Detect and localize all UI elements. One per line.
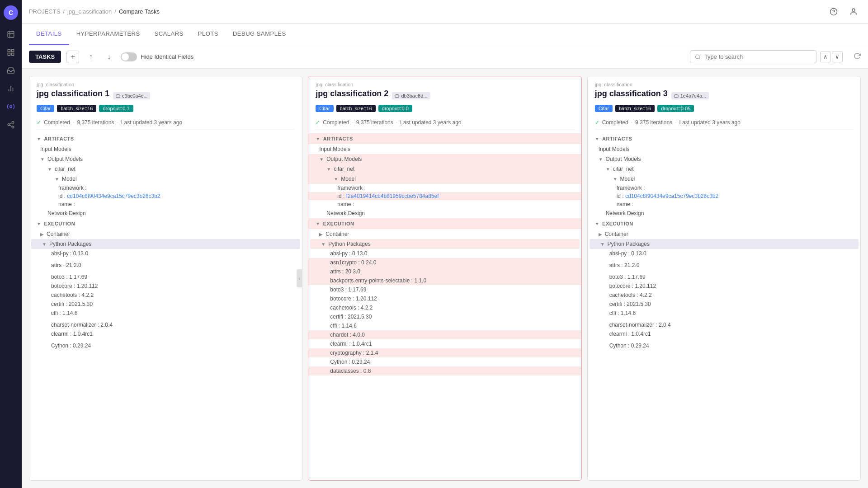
search-next-button[interactable]: ∨ [832,52,843,62]
help-button[interactable] [826,5,841,19]
sidebar-icon-active[interactable] [4,99,18,114]
chevron-output-3: ▼ [599,157,603,162]
python-packages-2[interactable]: ▼ Python Packages [310,239,579,249]
cifar-net-section-2[interactable]: ▼ cifar_net [308,164,581,174]
chevron-output-1: ▼ [40,157,45,162]
artifacts-section-1[interactable]: ▼ ARTIFACTS [29,133,302,144]
tag-2-2[interactable]: dropout=0.0 [378,105,412,112]
pkg-2-attrs: attrs : 20.3.0 [308,267,581,276]
user-button[interactable] [846,5,861,19]
cifar-net-section-1[interactable]: ▼ cifar_net [29,164,302,174]
pkg-1-botocore: botocore : 1.20.112 [29,282,302,291]
tag-3-1[interactable]: batch_size=16 [615,105,655,112]
input-models-3[interactable]: Input Models [588,144,860,154]
hide-identical-toggle[interactable] [121,52,137,61]
breadcrumb-root[interactable]: PROJECTS [29,8,60,15]
python-packages-3[interactable]: ▼ Python Packages [590,239,859,249]
sidebar-icon-nav[interactable] [4,27,18,42]
tab-bar: DETAILS HYPERPARAMETERS SCALARS PLOTS DE… [22,23,868,45]
framework-row-2: framework : [308,184,581,192]
search-input[interactable] [704,53,811,60]
model-label-1: Model [62,176,77,182]
tag-3-2[interactable]: dropout=0.05 [657,105,694,112]
sidebar-icon-list[interactable] [4,45,18,60]
chevron-model-2: ▼ [334,177,338,182]
output-models-section-1[interactable]: ▼ Output Models [29,154,302,164]
svg-line-17 [699,58,700,59]
app-container: C PROJECTS / jpg_classification / [0,0,868,488]
content-area: jpg_classification jpg classification 1 … [22,69,868,488]
search-prev-button[interactable]: ∧ [820,52,831,62]
icon-sidebar: C [0,0,22,488]
collapse-handle-1[interactable]: ‹ [297,269,302,287]
execution-section-2[interactable]: ▼ EXECUTION [308,218,581,229]
container-2[interactable]: ▶ Container [308,229,581,239]
execution-section-3[interactable]: ▼ EXECUTION [588,218,860,229]
id-val-1: cd104c8f90434e9ca15c79ec3b26c3b2 [67,193,160,199]
container-3[interactable]: ▶ Container [588,229,860,239]
pkg-2-absl-py: absl-py : 0.13.0 [308,249,581,258]
scroll-down-button[interactable]: ↓ [103,51,115,63]
tag-2-1[interactable]: batch_size=16 [336,105,376,112]
tab-debug-samples[interactable]: DEBUG SAMPLES [226,23,293,45]
model-section-2[interactable]: ▼ Model [308,174,581,184]
refresh-icon[interactable] [854,52,861,61]
artifacts-section-3[interactable]: ▼ ARTIFACTS [588,133,860,144]
model-section-3[interactable]: ▼ Model [588,174,860,184]
framework-key-2: framework [337,185,363,191]
network-design-label-1: Network Design [47,210,86,216]
execution-section-1[interactable]: ▼ EXECUTION [29,218,302,229]
id-key-2: id [337,193,341,199]
cifar-net-section-3[interactable]: ▼ cifar_net [588,164,860,174]
network-design-2[interactable]: Network Design [308,208,581,218]
hide-identical-label: Hide Identical Fields [141,53,193,60]
svg-rect-1 [12,49,14,52]
tag-2-0[interactable]: Cifar [316,105,333,112]
status-label-1: Completed [44,119,70,126]
tasks-button[interactable]: TASKS [29,51,61,63]
input-models-2[interactable]: Input Models [308,144,581,154]
pkg-2-cachetools: cachetools : 4.2.2 [308,303,581,312]
chevron-artifacts-2: ▼ [316,136,320,141]
nav-right [826,5,861,19]
app-logo[interactable]: C [4,5,18,20]
output-models-section-2[interactable]: ▼ Output Models [308,154,581,164]
output-models-section-3[interactable]: ▼ Output Models [588,154,860,164]
tab-plots[interactable]: PLOTS [191,23,226,45]
input-models-1[interactable]: Input Models [29,144,302,154]
tag-1-1[interactable]: batch_size=16 [57,105,96,112]
tab-hyperparameters[interactable]: HYPERPARAMETERS [69,23,147,45]
pkg-1-boto3: boto3 : 1.17.69 [29,272,302,282]
tab-details[interactable]: DETAILS [29,23,69,45]
scroll-up-button[interactable]: ↑ [85,51,97,63]
svg-rect-18 [116,94,120,97]
sidebar-icon-chart[interactable] [4,81,18,96]
model-label-3: Model [620,176,635,182]
tab-scalars[interactable]: SCALARS [147,23,191,45]
network-design-1[interactable]: Network Design [29,208,302,218]
tag-1-2[interactable]: dropout=0.1 [99,105,133,112]
task-2-id: db3bae8d... [392,92,430,99]
task-column-1: jpg_classification jpg classification 1 … [29,76,302,481]
breadcrumb-parent[interactable]: jpg_classification [67,8,112,15]
artifacts-section-2[interactable]: ▼ ARTIFACTS [308,133,581,144]
task-1-id-value: c9bc0a4c... [122,93,147,99]
cifar-net-label-1: cifar_net [55,166,75,172]
sidebar-icon-bottom[interactable] [4,117,18,132]
sidebar-icon-layers[interactable] [4,63,18,78]
task-3-status: ✓ Completed · 9,375 iterations · Last up… [595,116,853,130]
status-label-3: Completed [602,119,628,126]
model-section-1[interactable]: ▼ Model [29,174,302,184]
container-1[interactable]: ▶ Container [29,229,302,239]
breadcrumb: PROJECTS / jpg_classification / Compare … [29,8,160,15]
artifacts-label-1: ARTIFACTS [44,136,74,141]
task-1-id: c9bc0a4c... [113,92,150,99]
python-packages-1[interactable]: ▼ Python Packages [31,239,300,249]
add-task-button[interactable]: + [66,51,79,63]
tag-1-0[interactable]: Cifar [37,105,54,112]
pkg-2-cffi: cffi : 1.14.6 [308,321,581,330]
task-1-tags: Cifar batch_size=16 dropout=0.1 [37,105,295,112]
tag-3-0[interactable]: Cifar [595,105,613,112]
network-design-3[interactable]: Network Design [588,208,860,218]
svg-point-16 [696,55,700,59]
